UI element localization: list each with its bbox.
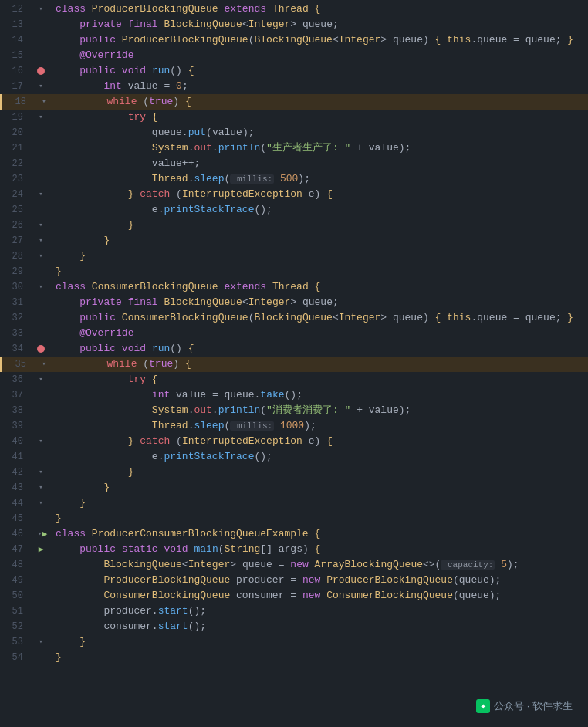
line-50-content: ConsumerBlockingQueue consumer = new Con… — [52, 588, 588, 604]
line-26-content: } — [52, 218, 588, 233]
fold-icon: ▾ — [35, 498, 46, 509]
watermark: ✦ 公众号 · 软件求生 — [476, 699, 573, 713]
line-36-content: try { — [52, 372, 588, 387]
fold-icon: ▾ — [35, 436, 46, 447]
line-19: 19 ▾ try { — [0, 110, 588, 125]
line-48-content: BlockingQueue<Integer> queue = new Array… — [52, 557, 588, 573]
fold-icon: ▾ — [35, 374, 46, 385]
line-14: 14 public ProducerBlockingQueue(Blocking… — [0, 32, 588, 48]
fold-icon: ▾ — [35, 220, 46, 231]
fold-icon: ▾ — [35, 637, 46, 648]
line-52: 52 consumer.start(); — [0, 619, 588, 634]
line-33: 33 @Override — [0, 326, 588, 341]
fold-icon: ▾ — [39, 359, 49, 370]
line-12: 12 ▾ class ProducerBlockingQueue extends… — [0, 2, 588, 17]
line-31: 31 private final BlockingQueue<Integer> … — [0, 295, 588, 310]
line-28: 28 ▾ } — [0, 249, 588, 264]
fold-icon: ▾ — [35, 251, 46, 262]
line-33-content: @Override — [52, 326, 588, 341]
line-43-content: } — [52, 480, 588, 495]
line-26: 26 ▾ } — [0, 218, 588, 233]
fold-icon: ▾ — [35, 235, 46, 246]
fold-icon: ▾ — [35, 482, 46, 493]
line-39-content: Thread.sleep( millis: 1000); — [52, 418, 588, 434]
line-35: 35 ▾ while (true) { — [0, 357, 588, 372]
line-51-content: producer.start(); — [52, 604, 588, 619]
line-29: 29 } — [0, 264, 588, 279]
line-35-content: while (true) { — [56, 357, 588, 372]
line-24: 24 ▾ } catch (InterruptedException e) { — [0, 187, 588, 202]
line-45: 45 } — [0, 511, 588, 526]
line-50: 50 ConsumerBlockingQueue consumer = new … — [0, 588, 588, 604]
line-28-content: } — [52, 249, 588, 264]
line-43: 43 ▾ } — [0, 480, 588, 495]
fold-icon: ▾ — [35, 4, 46, 15]
line-16: 16 public void run() { — [0, 63, 588, 79]
line-25-content: e.printStackTrace(); — [52, 202, 588, 218]
line-36: 36 ▾ try { — [0, 372, 588, 387]
line-16-content: public void run() { — [52, 63, 588, 79]
line-30-content: class ConsumerBlockingQueue extends Thre… — [52, 279, 588, 295]
line-41: 41 e.printStackTrace(); — [0, 449, 588, 465]
line-15-content: @Override — [52, 48, 588, 63]
line-52-content: consumer.start(); — [52, 619, 588, 634]
line-39: 39 Thread.sleep( millis: 1000); — [0, 418, 588, 434]
line-32-content: public ConsumerBlockingQueue(BlockingQue… — [52, 310, 588, 326]
line-47-content: public static void main(String[] args) { — [52, 542, 588, 557]
line-40-content: } catch (InterruptedException e) { — [52, 434, 588, 449]
line-51: 51 producer.start(); — [0, 604, 588, 619]
line-34: 34 public void run() { — [0, 341, 588, 357]
wechat-icon: ✦ — [476, 699, 490, 713]
line-42: 42 ▾ } — [0, 465, 588, 480]
line-41-content: e.printStackTrace(); — [52, 449, 588, 465]
fold-icon: ▾ — [39, 96, 49, 107]
line-40: 40 ▾ } catch (InterruptedException e) { — [0, 434, 588, 449]
run-icon: ▶ — [39, 542, 44, 557]
line-44: 44 ▾ } — [0, 495, 588, 511]
line-31-content: private final BlockingQueue<Integer> que… — [52, 295, 588, 310]
line-21: 21 System.out.println("生产者生产了: " + value… — [0, 140, 588, 156]
code-editor: 12 ▾ class ProducerBlockingQueue extends… — [0, 0, 588, 673]
line-27-content: } — [52, 233, 588, 249]
line-18-content: while (true) { — [56, 94, 588, 110]
line-22: 22 value++; — [0, 156, 588, 171]
breakpoint-icon — [37, 67, 45, 75]
line-29-content: } — [52, 264, 588, 279]
line-30: 30 ▾ class ConsumerBlockingQueue extends… — [0, 279, 588, 295]
line-38: 38 System.out.println("消费者消费了: " + value… — [0, 403, 588, 418]
watermark-text: 公众号 · 软件求生 — [494, 699, 573, 713]
line-49-content: ProducerBlockingQueue producer = new Pro… — [52, 573, 588, 588]
line-34-content: public void run() { — [52, 341, 588, 357]
line-42-content: } — [52, 465, 588, 480]
fold-icon: ▾ — [35, 467, 46, 478]
line-38-content: System.out.println("消费者消费了: " + value); — [52, 403, 588, 418]
fold-icon: ▾ — [35, 112, 46, 123]
fold-icon: ▾ — [35, 81, 46, 92]
line-46-content: class ProducerConsumerBlockingQueueExamp… — [52, 526, 588, 542]
line-45-content: } — [52, 511, 588, 526]
line-25: 25 e.printStackTrace(); — [0, 202, 588, 218]
line-17-content: int value = 0; — [52, 79, 588, 94]
line-17: 17 ▾ int value = 0; — [0, 79, 588, 94]
line-54: 54 } — [0, 650, 588, 665]
line-53: 53 ▾ } — [0, 634, 588, 650]
line-27: 27 ▾ } — [0, 233, 588, 249]
line-23: 23 Thread.sleep( millis: 500); — [0, 171, 588, 187]
line-23-content: Thread.sleep( millis: 500); — [52, 171, 588, 187]
line-44-content: } — [52, 495, 588, 511]
line-46: 46 ▾ ▶ class ProducerConsumerBlockingQue… — [0, 526, 588, 542]
line-13: 13 private final BlockingQueue<Integer> … — [0, 17, 588, 32]
line-18: 18 ▾ while (true) { — [0, 94, 588, 110]
line-19-content: try { — [52, 110, 588, 125]
line-15: 15 @Override — [0, 48, 588, 63]
breakpoint-icon — [37, 345, 45, 353]
line-49: 49 ProducerBlockingQueue producer = new … — [0, 573, 588, 588]
line-53-content: } — [52, 634, 588, 650]
line-48: 48 BlockingQueue<Integer> queue = new Ar… — [0, 557, 588, 573]
fold-icon: ▾ — [35, 189, 46, 200]
line-37: 37 int value = queue.take(); — [0, 387, 588, 403]
line-37-content: int value = queue.take(); — [52, 387, 588, 403]
line-20: 20 queue.put(value); — [0, 125, 588, 140]
line-12-content: class ProducerBlockingQueue extends Thre… — [52, 2, 588, 17]
line-24-content: } catch (InterruptedException e) { — [52, 187, 588, 202]
